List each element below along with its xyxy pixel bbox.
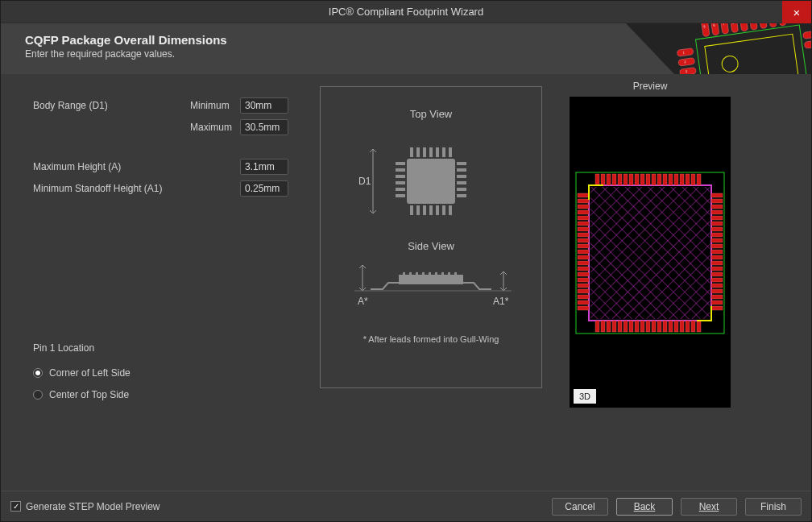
svg-rect-108: [680, 321, 684, 332]
svg-rect-118: [578, 227, 589, 231]
svg-rect-126: [578, 272, 589, 276]
svg-rect-138: [711, 222, 723, 226]
svg-rect-62: [429, 272, 431, 275]
next-button[interactable]: Next: [681, 498, 737, 516]
svg-rect-63: [435, 272, 437, 275]
svg-rect-123: [578, 255, 589, 259]
svg-rect-107: [674, 321, 678, 332]
svg-rect-98: [624, 321, 628, 332]
svg-rect-91: [691, 174, 695, 185]
svg-rect-139: [711, 227, 723, 231]
svg-rect-52: [457, 181, 466, 184]
svg-rect-37: [416, 205, 420, 215]
svg-rect-49: [457, 162, 466, 165]
min-standoff-row: Minimum Standoff Height (A1): [33, 180, 307, 197]
wizard-banner: CQFP Package Overall Dimensions Enter th…: [1, 23, 811, 74]
body-range-max-input[interactable]: [240, 119, 288, 135]
minimum-label: Minimum: [190, 100, 240, 111]
close-button[interactable]: ×: [782, 1, 811, 23]
svg-rect-33: [436, 147, 439, 157]
preview-viewport[interactable]: 3D: [570, 97, 731, 408]
svg-rect-90: [686, 174, 690, 185]
svg-rect-53: [457, 188, 466, 191]
pin1-section: Pin 1 Location Corner of Left Side Cente…: [33, 342, 307, 403]
svg-rect-100: [635, 321, 639, 332]
svg-rect-31: [423, 147, 426, 157]
title-bar: IPC® Compliant Footprint Wizard ×: [1, 1, 811, 23]
svg-rect-125: [578, 267, 589, 271]
svg-rect-40: [436, 205, 439, 215]
svg-rect-121: [578, 244, 589, 248]
pin1-radio-center[interactable]: Center of Top Side: [33, 387, 307, 403]
svg-rect-105: [663, 321, 667, 332]
svg-rect-111: [697, 321, 701, 332]
svg-rect-51: [457, 175, 466, 178]
svg-rect-131: [578, 300, 589, 304]
svg-rect-89: [680, 174, 684, 185]
svg-rect-84: [652, 174, 656, 185]
generate-step-checkbox[interactable]: Generate STEP Model Preview: [10, 501, 160, 512]
svg-rect-57: [399, 275, 463, 284]
svg-rect-150: [711, 289, 723, 293]
svg-rect-34: [442, 147, 445, 157]
svg-rect-144: [711, 255, 723, 259]
body-range-min-input[interactable]: [240, 97, 288, 114]
svg-rect-29: [410, 147, 413, 157]
preview-3d-toggle[interactable]: 3D: [574, 389, 596, 404]
svg-rect-106: [669, 321, 673, 332]
page-title: CQFP Package Overall Dimensions: [25, 33, 227, 47]
svg-rect-77: [612, 174, 616, 185]
svg-rect-28: [407, 159, 455, 204]
svg-rect-134: [711, 199, 723, 203]
svg-rect-114: [578, 205, 589, 209]
svg-rect-45: [396, 175, 405, 178]
svg-rect-59: [409, 272, 412, 275]
svg-rect-64: [441, 272, 444, 275]
svg-rect-36: [410, 205, 413, 215]
min-standoff-input[interactable]: [240, 180, 288, 197]
svg-rect-137: [711, 216, 723, 220]
svg-rect-43: [396, 162, 405, 165]
max-height-input[interactable]: [240, 159, 288, 175]
window-title: IPC® Compliant Footprint Wizard: [329, 6, 483, 18]
content-area: Body Range (D1) Minimum Maximum Maximum …: [1, 74, 811, 491]
svg-rect-122: [578, 250, 589, 254]
svg-rect-152: [711, 300, 723, 304]
side-view-diagram-icon: A* A1*: [338, 260, 524, 325]
pin1-heading: Pin 1 Location: [33, 342, 307, 354]
pin1-option2-label: Center of Top Side: [49, 389, 129, 400]
svg-rect-93: [595, 321, 599, 332]
finish-button[interactable]: Finish: [745, 498, 802, 516]
page-subtitle: Enter the required package values.: [25, 48, 227, 60]
svg-rect-78: [618, 174, 622, 185]
top-view-label: Top View: [329, 108, 533, 120]
svg-rect-80: [629, 174, 633, 185]
svg-rect-39: [429, 205, 433, 215]
svg-rect-115: [578, 210, 589, 214]
svg-rect-32: [429, 147, 433, 157]
svg-rect-94: [601, 321, 605, 332]
cancel-button[interactable]: Cancel: [552, 498, 608, 516]
pin1-radio-corner[interactable]: Corner of Left Side: [33, 365, 307, 381]
svg-rect-148: [711, 278, 723, 282]
svg-rect-46: [396, 181, 405, 184]
banner-decoration-icon: 1234 5678: [626, 23, 811, 74]
svg-rect-41: [442, 205, 445, 215]
svg-rect-95: [607, 321, 611, 332]
svg-rect-83: [646, 174, 650, 185]
back-button[interactable]: Back: [616, 498, 673, 516]
svg-rect-136: [711, 210, 723, 214]
max-height-row: Maximum Height (A): [33, 158, 307, 176]
body-range-min-row: Body Range (D1) Minimum: [33, 97, 307, 114]
svg-rect-76: [607, 174, 611, 185]
preview-label: Preview: [633, 81, 668, 92]
svg-rect-35: [449, 147, 452, 157]
svg-rect-79: [624, 174, 628, 185]
svg-rect-30: [416, 147, 420, 157]
svg-rect-50: [457, 168, 466, 172]
svg-rect-119: [578, 233, 589, 237]
close-icon: ×: [793, 6, 801, 19]
diagram-panel: Top View D1: [320, 86, 553, 491]
radio-icon: [33, 368, 43, 378]
svg-rect-75: [601, 174, 605, 185]
